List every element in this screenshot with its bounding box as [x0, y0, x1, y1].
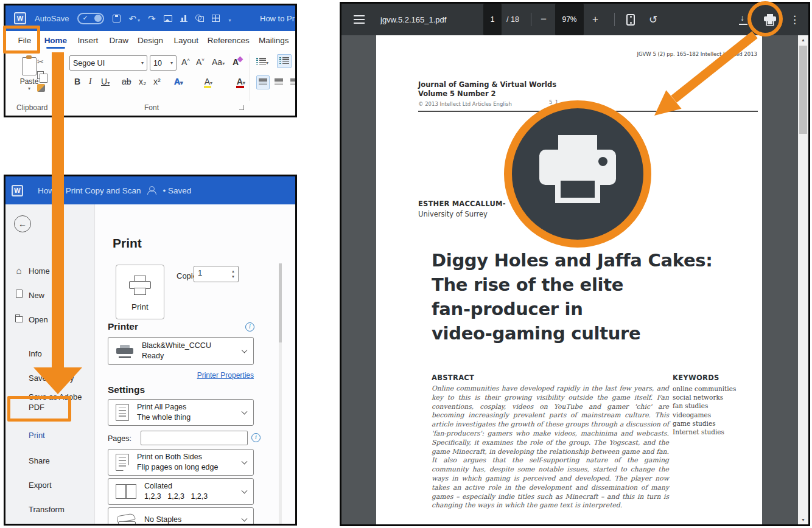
- page-range-select[interactable]: Print All PagesThe whole thing: [108, 399, 254, 426]
- bullets-button[interactable]: ▾: [256, 57, 268, 66]
- word-ribbon-panel: AutoSave ↶▾ ↷ ▾ How to Pr File Home Inse…: [4, 4, 297, 117]
- format-painter-icon[interactable]: [37, 84, 45, 92]
- font-name-combo[interactable]: Segoe UI▾: [69, 55, 147, 71]
- print-item-highlight-box: [7, 396, 71, 422]
- saved-status: • Saved: [163, 186, 192, 195]
- sidebar-item-share[interactable]: Share: [29, 456, 50, 465]
- clear-formatting-button[interactable]: A: [233, 57, 239, 67]
- copies-stepper[interactable]: ▲ ▼: [194, 266, 239, 282]
- toolbar-divider: [531, 13, 531, 26]
- page-total: / 18: [506, 4, 519, 35]
- bold-button[interactable]: B: [74, 77, 80, 86]
- staples-select[interactable]: No Staples: [108, 507, 254, 526]
- print-pane-title: Print: [113, 236, 142, 251]
- tab-references[interactable]: References: [205, 32, 252, 49]
- word-titlebar: AutoSave ↶▾ ↷ ▾ How to Pr: [5, 5, 295, 31]
- download-icon[interactable]: [738, 4, 748, 35]
- tab-insert[interactable]: Insert: [71, 32, 105, 49]
- chevron-down-icon: [242, 459, 248, 465]
- sidebar-item-new[interactable]: New: [29, 291, 44, 300]
- scroll-down-icon[interactable]: ▼: [798, 515, 808, 524]
- change-case-button[interactable]: Aa▾: [212, 57, 225, 67]
- font-size-combo[interactable]: 10▾: [150, 55, 177, 71]
- font-group-label: Font: [144, 103, 159, 112]
- copies-input[interactable]: [198, 268, 225, 277]
- tab-home[interactable]: Home: [40, 32, 71, 49]
- sidebar-item-home[interactable]: Home: [29, 266, 50, 276]
- menu-icon[interactable]: [354, 4, 365, 35]
- paste-icon: [22, 57, 37, 75]
- pdf-scrollbar[interactable]: ▲ ▼: [798, 35, 808, 524]
- pages-info-icon[interactable]: [251, 433, 261, 442]
- picture-icon[interactable]: [164, 15, 172, 22]
- print-button[interactable]: Print: [116, 265, 164, 319]
- more-options-icon[interactable]: [789, 4, 800, 35]
- align-right-button[interactable]: [290, 78, 297, 87]
- subscript-button[interactable]: x₂: [139, 77, 146, 86]
- font-dialog-launcher-icon[interactable]: [239, 105, 244, 110]
- italic-button[interactable]: I: [89, 77, 92, 86]
- zoom-out-icon[interactable]: −: [541, 4, 547, 35]
- zoom-in-icon[interactable]: +: [592, 4, 598, 35]
- rotate-icon[interactable]: [649, 4, 657, 35]
- keyword: videogames: [673, 411, 736, 419]
- printer-properties-link[interactable]: Printer Properties: [108, 371, 254, 380]
- highlight-button[interactable]: A▾: [205, 77, 212, 86]
- stapler-icon: [116, 512, 136, 526]
- stepper-up-icon[interactable]: ▲: [231, 269, 235, 273]
- duplex-select[interactable]: Print on Both SidesFlip pages on long ed…: [108, 449, 254, 476]
- underline-button[interactable]: U▾: [101, 77, 110, 86]
- settings-scrollbar[interactable]: [279, 263, 282, 524]
- stepper-down-icon[interactable]: ▼: [231, 275, 235, 279]
- journal-header-right: JGVW 5 (2) pp. 165–182 Intellect Limited…: [637, 51, 757, 57]
- collation-select[interactable]: Collated1,2,3 1,2,3 1,2,3: [108, 478, 254, 505]
- tab-draw[interactable]: Draw: [105, 32, 133, 49]
- redo-icon[interactable]: ↷: [148, 14, 156, 23]
- print-all-pages-icon: [116, 404, 129, 421]
- keyword: Internet studies: [673, 428, 736, 436]
- sidebar-item-transform[interactable]: Transform: [29, 505, 65, 514]
- grow-font-button[interactable]: A˄: [181, 57, 190, 67]
- pages-input[interactable]: [141, 431, 248, 445]
- tab-layout[interactable]: Layout: [167, 32, 205, 49]
- keyword: fan studies: [673, 401, 736, 410]
- shrink-font-button[interactable]: A˅: [196, 57, 205, 67]
- zoom-level[interactable]: 97%: [555, 4, 584, 35]
- journal-block: Journal of Gaming & Virtual Worlds Volum…: [418, 80, 556, 107]
- text-effects-button[interactable]: A▾: [174, 77, 183, 86]
- shapes-icon[interactable]: [195, 15, 204, 22]
- copy-icon[interactable]: [37, 71, 44, 79]
- font-color-button[interactable]: A▾: [237, 77, 245, 86]
- sidebar-item-open[interactable]: Open: [29, 315, 48, 324]
- cut-icon[interactable]: [37, 57, 45, 66]
- save-icon[interactable]: [113, 15, 121, 23]
- qat-more-icon[interactable]: ▾: [228, 14, 231, 23]
- journal-copyright: © 2013 Intellect Ltd Articles English: [418, 101, 556, 107]
- page-number-input[interactable]: 1: [483, 4, 502, 35]
- align-left-button[interactable]: [256, 75, 270, 89]
- chevron-down-icon: [242, 516, 248, 522]
- numbering-button[interactable]: [277, 54, 292, 68]
- sidebar-item-print[interactable]: Print: [29, 431, 45, 440]
- back-button[interactable]: [14, 215, 31, 232]
- printer-select[interactable]: Black&White_CCCUReady: [108, 337, 254, 365]
- undo-icon[interactable]: ↶▾: [128, 14, 140, 23]
- printer-icon: [128, 276, 152, 296]
- scrollbar-thumb[interactable]: [799, 46, 807, 134]
- scroll-up-icon[interactable]: ▲: [798, 35, 808, 44]
- tab-mailings[interactable]: Mailings: [253, 32, 296, 49]
- strikethrough-button[interactable]: ab: [122, 77, 131, 86]
- sidebar-item-export[interactable]: Export: [29, 481, 52, 490]
- table-icon[interactable]: [212, 15, 220, 22]
- align-center-button[interactable]: [275, 78, 283, 87]
- pdf-page: JGVW 5 (2) pp. 165–182 Intellect Limited…: [376, 35, 762, 524]
- clipboard-group-label: Clipboard: [16, 103, 47, 112]
- annotation-arrow-head: [33, 367, 82, 394]
- chart-icon[interactable]: [180, 15, 187, 22]
- fit-page-icon[interactable]: [626, 4, 635, 35]
- sidebar-item-info[interactable]: Info: [29, 349, 42, 358]
- superscript-button[interactable]: x²: [153, 77, 161, 86]
- tab-design[interactable]: Design: [133, 32, 168, 49]
- printer-info-icon[interactable]: [245, 322, 254, 332]
- autosave-toggle[interactable]: [77, 13, 104, 24]
